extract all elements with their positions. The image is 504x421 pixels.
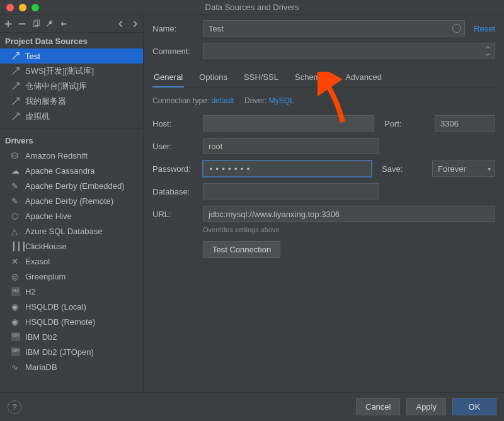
- driver-label: Driver:: [244, 96, 266, 105]
- right-panel: Name: Reset Comment: General Options SSH…: [144, 15, 504, 392]
- drivers-heading: Drivers: [0, 132, 143, 148]
- driver-item[interactable]: ☁Apache Cassandra: [0, 163, 143, 178]
- datasource-icon: [11, 67, 20, 76]
- datasource-icon: [11, 97, 20, 106]
- name-input[interactable]: [203, 20, 465, 36]
- user-input[interactable]: [203, 138, 379, 154]
- driver-icon: ◉: [11, 302, 20, 311]
- data-source-item[interactable]: 仓储中台[测试]库: [0, 79, 143, 94]
- window-title: Data Sources and Drivers: [0, 3, 504, 12]
- database-label: Database:: [152, 187, 203, 196]
- data-source-item[interactable]: 我的服务器: [0, 94, 143, 109]
- remove-icon[interactable]: [18, 20, 26, 28]
- driver-icon: ∿: [11, 362, 20, 371]
- data-source-list: Test SWS[开发][测试库] 仓储中台[测试]库 我的服务器 虚拟机: [0, 48, 143, 124]
- password-label: Password:: [152, 164, 203, 174]
- back-icon[interactable]: [117, 20, 125, 28]
- data-source-label: SWS[开发][测试库]: [25, 65, 94, 77]
- driver-icon: ☁: [11, 166, 20, 175]
- driver-icon: IBM: [11, 332, 20, 341]
- tab-schemas[interactable]: Schemas: [294, 69, 330, 87]
- driver-item[interactable]: ◉HSQLDB (Local): [0, 299, 143, 314]
- driver-icon: ⛁: [11, 151, 20, 160]
- cancel-button[interactable]: Cancel: [356, 398, 400, 415]
- driver-icon: ✕: [11, 257, 20, 266]
- port-input[interactable]: [435, 115, 495, 132]
- driver-value[interactable]: MySQL: [269, 96, 294, 105]
- data-source-label: 我的服务器: [25, 96, 66, 107]
- titlebar: Data Sources and Drivers: [0, 0, 504, 15]
- driver-list: ⛁Amazon Redshift ☁Apache Cassandra ✎Apac…: [0, 148, 143, 392]
- save-mode-select[interactable]: Forever: [432, 160, 495, 177]
- data-source-item[interactable]: SWS[开发][测试库]: [0, 64, 143, 79]
- driver-item[interactable]: ┃┃┃ClickHouse: [0, 239, 143, 254]
- color-chooser-icon[interactable]: [452, 24, 461, 33]
- port-label: Port:: [384, 119, 435, 128]
- left-toolbar: [0, 15, 143, 33]
- name-label: Name:: [152, 24, 203, 33]
- apply-button[interactable]: Apply: [406, 398, 446, 415]
- driver-item[interactable]: ⬡Apache Hive: [0, 208, 143, 223]
- save-label: Save:: [382, 164, 432, 174]
- data-source-label: 虚拟机: [25, 111, 50, 122]
- copy-icon[interactable]: [32, 20, 40, 28]
- reset-link[interactable]: Reset: [465, 24, 495, 33]
- tab-general[interactable]: General: [152, 69, 184, 87]
- tab-options[interactable]: Options: [198, 69, 229, 87]
- driver-item[interactable]: ✎Apache Derby (Remote): [0, 193, 143, 208]
- data-source-item[interactable]: Test: [0, 48, 143, 64]
- svg-rect-0: [19, 23, 26, 25]
- user-label: User:: [152, 142, 203, 151]
- database-input[interactable]: [203, 183, 379, 199]
- driver-item[interactable]: IBMIBM Db2: [0, 329, 143, 344]
- password-input[interactable]: [203, 160, 372, 177]
- host-input[interactable]: [203, 115, 374, 132]
- driver-item[interactable]: ◎Greenplum: [0, 269, 143, 284]
- data-source-label: Test: [25, 52, 40, 61]
- driver-item[interactable]: ◉HSQLDB (Remote): [0, 314, 143, 329]
- data-source-item[interactable]: 虚拟机: [0, 109, 143, 124]
- connection-meta: Connection type: default Driver: MySQL: [152, 96, 495, 105]
- driver-icon: ✎: [11, 196, 20, 205]
- driver-icon: ✎: [11, 181, 20, 190]
- ok-button[interactable]: OK: [452, 398, 496, 415]
- driver-item[interactable]: IBMIBM Db2 (JTOpen): [0, 344, 143, 359]
- driver-item[interactable]: H2H2: [0, 284, 143, 299]
- forward-icon[interactable]: [130, 20, 139, 28]
- datasource-icon: [11, 82, 20, 91]
- connection-type-value[interactable]: default: [211, 96, 234, 105]
- url-label: URL:: [152, 210, 203, 219]
- tab-ssh-ssl[interactable]: SSH/SSL: [243, 69, 280, 87]
- project-data-sources-heading: Project Data Sources: [0, 33, 143, 48]
- driver-icon: ◉: [11, 317, 20, 326]
- help-button[interactable]: ?: [8, 400, 21, 414]
- data-source-label: 仓储中台[测试]库: [25, 81, 87, 92]
- wrench-icon[interactable]: [45, 20, 54, 28]
- test-connection-button[interactable]: Test Connection: [203, 241, 280, 258]
- driver-icon: ◎: [11, 272, 20, 281]
- tab-bar: General Options SSH/SSL Schemas Advanced: [152, 69, 495, 87]
- comment-input[interactable]: [203, 43, 495, 59]
- datasource-icon: [11, 52, 20, 60]
- driver-icon: △: [11, 227, 20, 235]
- connection-type-label: Connection type:: [152, 96, 209, 105]
- driver-item[interactable]: ⛁Amazon Redshift: [0, 148, 143, 163]
- url-hint: Overrides settings above: [203, 226, 495, 233]
- left-panel: Project Data Sources Test SWS[开发][测试库] 仓…: [0, 15, 144, 392]
- driver-icon: ┃┃┃: [11, 242, 20, 250]
- comment-label: Comment:: [152, 47, 203, 56]
- host-label: Host:: [152, 119, 203, 128]
- driver-item[interactable]: ✎Apache Derby (Embedded): [0, 178, 143, 193]
- driver-item[interactable]: ∿MariaDB: [0, 359, 143, 374]
- driver-icon: H2: [11, 287, 20, 296]
- driver-item[interactable]: △Azure SQL Database: [0, 223, 143, 239]
- driver-item[interactable]: ✕Exasol: [0, 254, 143, 269]
- driver-icon: ⬡: [11, 211, 20, 220]
- add-icon[interactable]: [4, 20, 13, 28]
- datasource-icon: [11, 112, 20, 121]
- url-input[interactable]: [203, 206, 495, 222]
- driver-icon: IBM: [11, 347, 20, 356]
- dialog-footer: ? Cancel Apply OK: [0, 392, 504, 421]
- tab-advanced[interactable]: Advanced: [344, 69, 383, 87]
- revert-icon[interactable]: [59, 20, 68, 28]
